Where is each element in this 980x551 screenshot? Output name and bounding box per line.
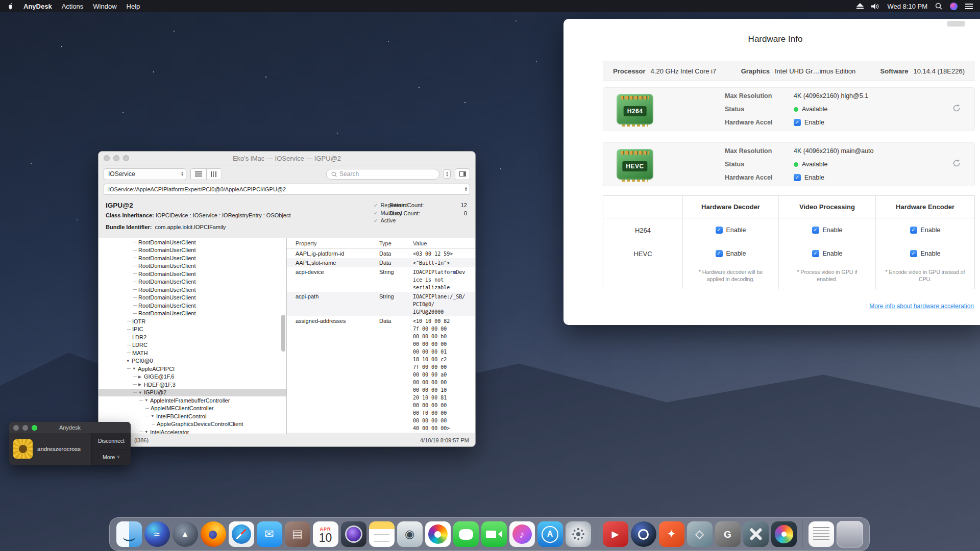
dock-icon-grayapp[interactable]: ◇	[687, 521, 713, 547]
dock-icon-photos[interactable]	[425, 521, 451, 547]
notification-center-icon[interactable]	[965, 4, 973, 9]
dock-icon-mail[interactable]: ✉	[257, 521, 282, 547]
tree-item-PCI0@0[interactable]: ▼PCI0@0	[99, 357, 286, 365]
siri-icon[interactable]	[950, 3, 958, 10]
enable-checkbox[interactable]	[812, 250, 819, 257]
enable-checkbox[interactable]	[812, 227, 819, 234]
enable-checkbox[interactable]	[716, 250, 723, 257]
tree-item-AppleIntelFramebufferController[interactable]: ▼AppleIntelFramebufferController	[99, 396, 286, 405]
property-row-AAPL,ig-platform-id[interactable]: AAPL,ig-platform-idData<03 00 12 59>	[287, 249, 475, 258]
dock-icon-steam[interactable]	[631, 521, 656, 547]
refresh-icon[interactable]	[952, 104, 961, 115]
tree-item-RootDomainUserClient[interactable]: RootDomainUserClient	[99, 270, 286, 278]
chevron-down-icon[interactable]: ▼	[132, 366, 138, 371]
dock-icon-firefox[interactable]	[201, 521, 226, 547]
tree-item-HDEF@1F,3[interactable]: ▶HDEF@1F,3	[99, 381, 286, 389]
dock-icon-redplay[interactable]: ▶	[603, 521, 628, 547]
dock-icon-siri[interactable]: ≈	[144, 521, 170, 547]
dock-icon-finder[interactable]	[116, 521, 142, 547]
tree-item-LDRC[interactable]: LDRC	[99, 341, 286, 349]
refresh-icon[interactable]	[952, 159, 961, 170]
inspector-toggle-button[interactable]	[455, 168, 470, 180]
dock-icon-messages[interactable]	[453, 521, 479, 547]
column-view-button[interactable]	[206, 169, 222, 180]
plane-select[interactable]: IOService ▲▼	[104, 168, 186, 180]
property-row-AAPL,slot-name[interactable]: AAPL,slot-nameData<"Built-In">	[287, 258, 475, 267]
dock-icon-photobooth[interactable]	[341, 521, 366, 547]
chevron-right-icon[interactable]: ▶	[138, 382, 144, 387]
chevron-down-icon[interactable]: ▼	[144, 398, 150, 403]
tree-connector	[133, 297, 137, 298]
tree-item-LDR2[interactable]: LDR2	[99, 333, 286, 341]
col-property[interactable]: Property	[287, 240, 379, 246]
dock-icon-dictionary[interactable]: ▤	[285, 521, 310, 547]
tree-scrollbar[interactable]	[281, 315, 285, 352]
dock-icon-imagecapture[interactable]: ◉	[397, 521, 423, 547]
enable-checkbox[interactable]	[794, 174, 801, 181]
more-button[interactable]: More∨	[92, 449, 131, 465]
property-row-acpi-device[interactable]: acpi-deviceStringIOACPIPlatformDev ice i…	[287, 267, 475, 292]
tree-item-RootDomainUserClient[interactable]: RootDomainUserClient	[99, 262, 286, 270]
menu-bar-clock[interactable]: Wed 8:10 PM	[887, 3, 927, 10]
col-value[interactable]: Value	[413, 240, 475, 246]
tree-item-MATH[interactable]: MATH	[99, 349, 286, 357]
tree-item-RootDomainUserClient[interactable]: RootDomainUserClient	[99, 254, 286, 262]
dock-icon-notes[interactable]	[369, 521, 395, 547]
tree-item-AppleACPIPCI[interactable]: ▼AppleACPIPCI	[99, 365, 286, 373]
tree-item-IPIC[interactable]: IPIC	[99, 325, 286, 334]
menu-item-window[interactable]: Window	[93, 3, 116, 10]
dock-icon-launchpad[interactable]: ▲	[173, 521, 198, 547]
enable-checkbox[interactable]	[716, 227, 723, 234]
dock-icon-itunes[interactable]: ♪	[509, 521, 535, 547]
ioreg-title-bar[interactable]: Eko's iMac — IOService — IGPU@2	[99, 152, 475, 165]
tree-item-IOTR[interactable]: IOTR	[99, 317, 286, 325]
tree-item-IntelFBClientControl[interactable]: ▼IntelFBClientControl	[99, 412, 286, 420]
menu-item-anydesk[interactable]: AnyDesk	[23, 3, 52, 10]
dock-icon-textedit[interactable]	[808, 521, 834, 547]
tree-item-GIGE@1F,6[interactable]: ▶GIGE@1F,6	[99, 373, 286, 381]
apple-menu-icon[interactable]	[7, 3, 14, 10]
volume-icon[interactable]	[871, 3, 879, 10]
tree-item-RootDomainUserClient[interactable]: RootDomainUserClient	[99, 294, 286, 302]
tree-item-RootDomainUserClient[interactable]: RootDomainUserClient	[99, 278, 286, 286]
tree-item-RootDomainUserClient[interactable]: RootDomainUserClient	[99, 302, 286, 310]
history-stepper[interactable]: ▲▼	[444, 169, 451, 179]
dock-icon-sysprefs[interactable]	[566, 521, 591, 547]
enable-checkbox[interactable]	[910, 227, 917, 234]
enable-checkbox[interactable]	[794, 119, 801, 126]
menu-item-help[interactable]: Help	[127, 3, 140, 10]
eject-icon[interactable]	[856, 3, 864, 9]
chevron-down-icon[interactable]: ▼	[138, 390, 144, 395]
chevron-down-icon[interactable]: ▼	[151, 414, 156, 418]
tree-item-RootDomainUserClient[interactable]: RootDomainUserClient	[99, 310, 286, 318]
anydesk-title-bar[interactable]: Anydesk	[9, 422, 131, 433]
path-combo[interactable]: IOService:/AppleACPIPlatformExpert/PCI0@…	[104, 184, 470, 195]
property-row-assigned-addresses[interactable]: assigned-addressesData<10 10 00 82 7f 00…	[287, 316, 475, 433]
property-row-acpi-path[interactable]: acpi-pathStringIOACPIPlane:/_SB/ PCI0@0/…	[287, 292, 475, 316]
dock-icon-safari[interactable]	[229, 521, 254, 547]
dock-icon-redstar[interactable]: ✦	[659, 521, 684, 547]
chevron-right-icon[interactable]: ▶	[138, 374, 144, 379]
tree-connector	[127, 329, 131, 330]
col-type[interactable]: Type	[379, 240, 413, 246]
tree-item-AppleIMEClientController[interactable]: AppleIMEClientController	[99, 405, 286, 413]
disconnect-button[interactable]: Disconnect	[92, 433, 131, 449]
chevron-down-icon[interactable]: ▼	[126, 359, 132, 363]
enable-checkbox[interactable]	[910, 250, 917, 257]
search-field[interactable]: Search	[326, 169, 439, 180]
tree-item-RootDomainUserClient[interactable]: RootDomainUserClient	[99, 246, 286, 255]
spotlight-search-icon[interactable]	[935, 3, 942, 10]
dock-icon-appstore[interactable]: A	[537, 521, 563, 547]
dock-icon-facetime[interactable]	[481, 521, 507, 547]
menu-item-actions[interactable]: Actions	[62, 3, 84, 10]
list-view-button[interactable]	[191, 169, 206, 180]
tree-item-RootDomainUserClient[interactable]: RootDomainUserClient	[99, 286, 286, 294]
tree-item-RootDomainUserClient[interactable]: RootDomainUserClient	[99, 238, 286, 246]
dock-icon-calendar[interactable]: APR10	[313, 521, 338, 547]
dock-icon-trash[interactable]	[837, 521, 863, 547]
dock-icon-tools[interactable]	[743, 521, 769, 547]
dock-icon-pinwheel[interactable]	[771, 521, 797, 547]
tree-item-IGPU@2[interactable]: ▼IGPU@2	[99, 389, 286, 397]
dock-icon-gimp[interactable]: G	[715, 521, 741, 547]
hardware-acceleration-link[interactable]: More info about hardware acceleration	[869, 303, 974, 310]
